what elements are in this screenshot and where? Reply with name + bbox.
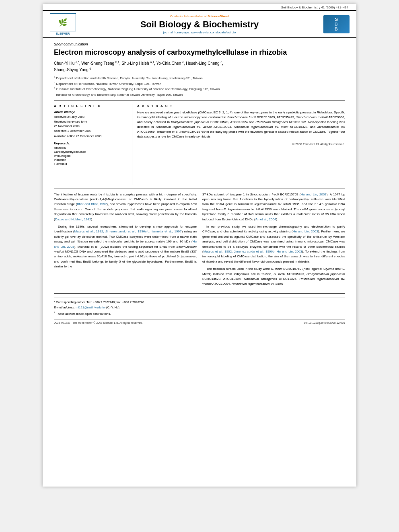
- journal-title: Soil Biology & Biochemistry: [79, 19, 320, 30]
- elsevier-box: 🌿: [50, 13, 76, 31]
- affil-a: Department of Nutrition and Health Scien…: [56, 76, 203, 80]
- affiliations: a Department of Nutrition and Health Sci…: [54, 75, 345, 97]
- sbb-logo-area: S B B: [320, 15, 352, 33]
- article-type: Short communication: [54, 42, 345, 46]
- journal-homepage: journal homepage: www.elsevier.com/locat…: [79, 31, 320, 34]
- elsevier-tree-icon: 🌿: [58, 19, 67, 26]
- footnote-email: E-mail address: mt121@mail.fy.edu.tw (C.…: [54, 305, 345, 310]
- footnote-1: * Corresponding author. Tel.: +886 7 782…: [54, 300, 345, 304]
- body-col-2: 37-kDa subunit of isozyme 1 in Sinorhizo…: [202, 192, 345, 289]
- keyword-2: Carboxymethylcellulase: [54, 150, 128, 154]
- sbb-s: S: [335, 17, 338, 22]
- affil-c: Graduate Institute of Biotechnology, Nat…: [56, 87, 220, 91]
- affil-d: Institute of Microbiology and Biochemist…: [56, 93, 183, 97]
- contents-text: Contents lists available at: [170, 14, 207, 18]
- doi: doi:10.1016/j.soilbio.2008.12.001: [304, 321, 345, 324]
- body-section: The infection of legume roots by rhizobi…: [54, 189, 345, 289]
- authors-line: Chun-Yi Hu a,*, Wen-Sheng Tseng b,1, Shu…: [54, 60, 345, 73]
- keyword-4: Induction: [54, 158, 128, 162]
- article-info-col: A R T I C L E I N F O Article history: R…: [54, 104, 132, 185]
- sciencedirect-brand: ScienceDirect: [208, 14, 229, 18]
- journal-bar: Soil Biology & Biochemistry 41 (2009) 43…: [43, 4, 356, 10]
- accepted-date: Accepted 1 December 2008: [54, 129, 128, 134]
- main-content: Short communication Electron microscopy …: [43, 42, 356, 324]
- sbb-b1: B: [335, 22, 338, 27]
- article-info-section: A R T I C L E I N F O Article history: R…: [54, 101, 345, 185]
- copyright-notice: 0038-0717/$ – see front matter © 2008 El…: [54, 321, 143, 324]
- keyword-5: Flavonoid: [54, 162, 128, 166]
- bottom-bar: 0038-0717/$ – see front matter © 2008 El…: [54, 319, 345, 324]
- body-text-1: The infection of legume roots by rhizobi…: [54, 192, 197, 269]
- sbb-letters: S B B: [335, 17, 338, 31]
- body-col-1: The infection of legume roots by rhizobi…: [54, 192, 197, 289]
- available-date: Available online 25 December 2008: [54, 134, 128, 139]
- journal-header: 🌿 ELSEVIER Contents lists available at S…: [43, 10, 356, 38]
- abstract-text: Here we analyzed carboxymethylcellulase …: [137, 110, 345, 139]
- page: Soil Biology & Biochemistry 41 (2009) 43…: [43, 4, 356, 487]
- article-history-label: Article history:: [54, 110, 128, 114]
- revised-date: Received in revised form25 November 2008: [54, 120, 128, 128]
- footnote-2: 1 These authors made equal contributions…: [54, 310, 345, 316]
- sbb-b2: B: [335, 27, 338, 31]
- footnotes: * Corresponding author. Tel.: +886 7 782…: [54, 293, 345, 316]
- received-date: Received 24 July 2008: [54, 115, 128, 119]
- keyword-3: Immunogold: [54, 154, 128, 158]
- copyright: © 2008 Elsevier Ltd. All rights reserved…: [137, 142, 345, 146]
- abstract-header: A B S T R A C T: [137, 104, 345, 108]
- keyword-1: Rhizobia: [54, 146, 128, 150]
- abstract-col: A B S T R A C T Here we analyzed carboxy…: [137, 104, 345, 185]
- article-info-header: A R T I C L E I N F O: [54, 104, 128, 108]
- keywords-label: Keywords:: [54, 142, 128, 145]
- elsevier-logo-area: 🌿 ELSEVIER: [47, 13, 79, 35]
- journal-center: Contents lists available at ScienceDirec…: [79, 14, 320, 34]
- sciencedirect-line: Contents lists available at ScienceDirec…: [79, 14, 320, 18]
- body-text-2: 37-kDa subunit of isozyme 1 in Sinorhizo…: [202, 192, 345, 287]
- affil-b: Department of Horticulture, National Tai…: [56, 82, 161, 85]
- elsevier-label: ELSEVIER: [56, 32, 70, 35]
- body-cols: The infection of legume roots by rhizobi…: [54, 192, 345, 289]
- article-title: Electron microscopy analysis of carboxym…: [54, 48, 345, 57]
- sbb-logo: S B B: [323, 15, 350, 33]
